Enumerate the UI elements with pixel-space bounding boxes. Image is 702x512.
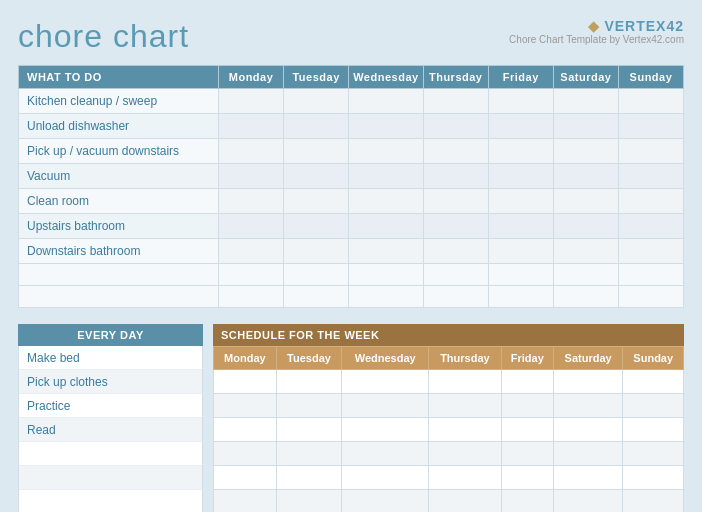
chore-checkbox-cell[interactable] (349, 286, 424, 308)
schedule-cell[interactable] (276, 490, 342, 513)
chore-checkbox-cell[interactable] (618, 239, 683, 264)
chore-checkbox-cell[interactable] (349, 114, 424, 139)
chore-checkbox-cell[interactable] (349, 89, 424, 114)
chore-checkbox-cell[interactable] (553, 164, 618, 189)
chore-checkbox-cell[interactable] (349, 239, 424, 264)
chore-checkbox-cell[interactable] (219, 264, 284, 286)
schedule-cell[interactable] (623, 370, 684, 394)
chore-checkbox-cell[interactable] (423, 164, 488, 189)
chore-checkbox-cell[interactable] (553, 239, 618, 264)
schedule-cell[interactable] (342, 466, 429, 490)
chore-checkbox-cell[interactable] (618, 164, 683, 189)
chore-checkbox-cell[interactable] (553, 89, 618, 114)
chore-checkbox-cell[interactable] (553, 214, 618, 239)
schedule-cell[interactable] (501, 442, 553, 466)
chore-checkbox-cell[interactable] (488, 164, 553, 189)
chore-checkbox-cell[interactable] (219, 214, 284, 239)
chore-checkbox-cell[interactable] (488, 214, 553, 239)
chore-checkbox-cell[interactable] (423, 286, 488, 308)
schedule-cell[interactable] (501, 394, 553, 418)
chore-checkbox-cell[interactable] (219, 139, 284, 164)
schedule-cell[interactable] (214, 394, 277, 418)
schedule-cell[interactable] (623, 442, 684, 466)
chore-checkbox-cell[interactable] (219, 189, 284, 214)
chore-checkbox-cell[interactable] (423, 214, 488, 239)
schedule-cell[interactable] (214, 418, 277, 442)
chore-checkbox-cell[interactable] (349, 214, 424, 239)
schedule-cell[interactable] (623, 418, 684, 442)
chore-checkbox-cell[interactable] (219, 114, 284, 139)
schedule-cell[interactable] (214, 466, 277, 490)
schedule-cell[interactable] (429, 394, 502, 418)
chore-checkbox-cell[interactable] (219, 286, 284, 308)
chore-checkbox-cell[interactable] (349, 189, 424, 214)
chore-checkbox-cell[interactable] (423, 239, 488, 264)
schedule-cell[interactable] (429, 466, 502, 490)
chore-checkbox-cell[interactable] (618, 114, 683, 139)
chore-checkbox-cell[interactable] (553, 114, 618, 139)
schedule-cell[interactable] (553, 394, 623, 418)
schedule-cell[interactable] (342, 370, 429, 394)
schedule-cell[interactable] (276, 466, 342, 490)
schedule-cell[interactable] (553, 418, 623, 442)
chore-checkbox-cell[interactable] (618, 214, 683, 239)
schedule-cell[interactable] (501, 466, 553, 490)
schedule-cell[interactable] (429, 442, 502, 466)
schedule-cell[interactable] (553, 442, 623, 466)
chore-checkbox-cell[interactable] (488, 239, 553, 264)
chore-checkbox-cell[interactable] (423, 114, 488, 139)
chore-checkbox-cell[interactable] (618, 189, 683, 214)
chore-checkbox-cell[interactable] (423, 89, 488, 114)
chore-checkbox-cell[interactable] (553, 264, 618, 286)
schedule-cell[interactable] (501, 418, 553, 442)
chore-checkbox-cell[interactable] (284, 286, 349, 308)
schedule-cell[interactable] (501, 490, 553, 513)
chore-checkbox-cell[interactable] (219, 239, 284, 264)
schedule-cell[interactable] (553, 466, 623, 490)
chore-checkbox-cell[interactable] (618, 264, 683, 286)
chore-checkbox-cell[interactable] (284, 264, 349, 286)
chore-checkbox-cell[interactable] (284, 114, 349, 139)
chore-checkbox-cell[interactable] (553, 286, 618, 308)
schedule-cell[interactable] (276, 418, 342, 442)
schedule-cell[interactable] (214, 490, 277, 513)
chore-checkbox-cell[interactable] (284, 89, 349, 114)
schedule-cell[interactable] (623, 394, 684, 418)
schedule-cell[interactable] (553, 490, 623, 513)
chore-checkbox-cell[interactable] (219, 89, 284, 114)
chore-checkbox-cell[interactable] (488, 286, 553, 308)
schedule-cell[interactable] (276, 442, 342, 466)
chore-checkbox-cell[interactable] (488, 114, 553, 139)
chore-checkbox-cell[interactable] (423, 189, 488, 214)
chore-checkbox-cell[interactable] (349, 164, 424, 189)
chore-checkbox-cell[interactable] (284, 189, 349, 214)
schedule-cell[interactable] (429, 370, 502, 394)
chore-checkbox-cell[interactable] (488, 264, 553, 286)
chore-checkbox-cell[interactable] (553, 139, 618, 164)
schedule-cell[interactable] (276, 394, 342, 418)
chore-checkbox-cell[interactable] (284, 239, 349, 264)
schedule-cell[interactable] (623, 490, 684, 513)
schedule-cell[interactable] (342, 394, 429, 418)
schedule-cell[interactable] (342, 442, 429, 466)
schedule-cell[interactable] (342, 490, 429, 513)
schedule-cell[interactable] (553, 370, 623, 394)
schedule-cell[interactable] (214, 442, 277, 466)
chore-checkbox-cell[interactable] (618, 89, 683, 114)
chore-checkbox-cell[interactable] (423, 139, 488, 164)
chore-checkbox-cell[interactable] (284, 139, 349, 164)
schedule-cell[interactable] (429, 490, 502, 513)
chore-checkbox-cell[interactable] (349, 264, 424, 286)
schedule-cell[interactable] (501, 370, 553, 394)
chore-checkbox-cell[interactable] (488, 89, 553, 114)
chore-checkbox-cell[interactable] (219, 164, 284, 189)
chore-checkbox-cell[interactable] (488, 139, 553, 164)
chore-checkbox-cell[interactable] (284, 214, 349, 239)
schedule-cell[interactable] (214, 370, 277, 394)
schedule-cell[interactable] (623, 466, 684, 490)
schedule-cell[interactable] (429, 418, 502, 442)
schedule-cell[interactable] (342, 418, 429, 442)
chore-checkbox-cell[interactable] (618, 286, 683, 308)
chore-checkbox-cell[interactable] (423, 264, 488, 286)
chore-checkbox-cell[interactable] (349, 139, 424, 164)
